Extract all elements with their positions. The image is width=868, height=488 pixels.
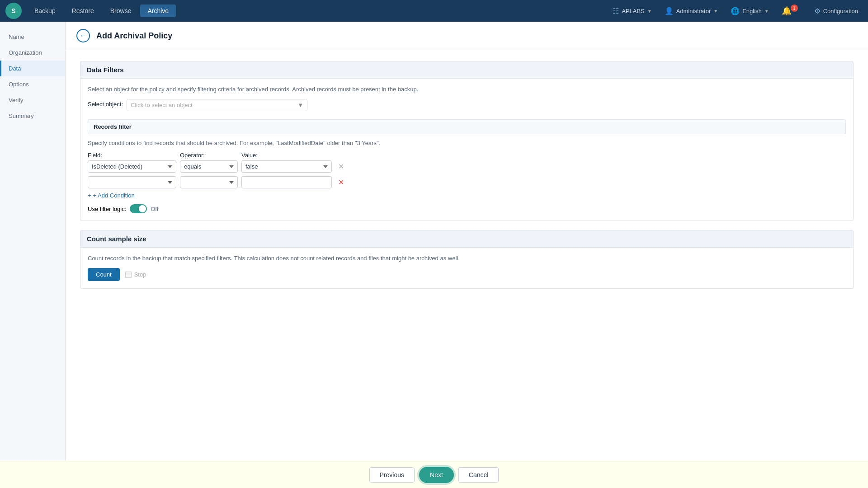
- notifications-btn[interactable]: 🔔 1: [777, 4, 806, 18]
- value-input-2[interactable]: [241, 176, 332, 188]
- top-nav-right: ☷ APLABS ▼ 👤 Administrator ▼ 🌐 English ▼…: [608, 4, 863, 18]
- data-filters-help: Select an object for the policy and spec…: [88, 86, 846, 93]
- count-body: Count records in the backup that match s…: [80, 248, 854, 289]
- main-layout: Name Organization Data Options Verify Su…: [0, 22, 868, 488]
- records-filter-heading: Records filter: [94, 123, 132, 130]
- nav-archive[interactable]: Archive: [140, 5, 176, 17]
- select-object-label: Select object:: [88, 101, 123, 108]
- org-label: APLABS: [622, 8, 645, 14]
- lang-chevron-icon: ▼: [764, 9, 769, 14]
- add-condition-btn[interactable]: + + Add Condition: [88, 192, 846, 199]
- org-selector[interactable]: ☷ APLABS ▼: [608, 5, 656, 18]
- bottom-bar: Previous Next Cancel: [0, 461, 868, 488]
- count-help: Count records in the backup that match s…: [88, 255, 846, 262]
- filter-row-1: IsDeleted (Deleted) equals false ✕: [88, 160, 846, 173]
- value-select-1[interactable]: false: [241, 160, 332, 173]
- main-content: Data Filters Select an object for the po…: [66, 50, 868, 309]
- org-chevron-icon: ▼: [647, 9, 652, 14]
- page-area: ← Add Archival Policy Data Filters Selec…: [66, 22, 868, 488]
- filter-column-headers: Field: Operator: Value:: [88, 152, 846, 159]
- stop-label: Stop: [134, 271, 146, 278]
- count-heading: Count sample size: [80, 230, 854, 248]
- select-object-row: Select object: Click to select an object…: [88, 99, 846, 111]
- top-nav: S Backup Restore Browse Archive ☷ APLABS…: [0, 0, 868, 22]
- toggle-slider: [130, 204, 147, 213]
- sidebar-item-data[interactable]: Data: [0, 61, 65, 76]
- nav-backup[interactable]: Backup: [27, 5, 63, 17]
- filter-logic-state: Off: [151, 206, 158, 212]
- sidebar-item-verify[interactable]: Verify: [0, 92, 65, 108]
- sidebar-item-options[interactable]: Options: [0, 76, 65, 92]
- filter-logic-label: Use filter logic:: [88, 206, 126, 212]
- select-object-chevron-icon: ▼: [297, 102, 303, 108]
- app-logo: S: [5, 3, 22, 19]
- back-button[interactable]: ←: [76, 29, 90, 42]
- add-condition-label: + Add Condition: [93, 192, 135, 199]
- value-col-label: Value:: [241, 152, 332, 159]
- delete-row-1-btn[interactable]: ✕: [335, 161, 347, 172]
- field-col-label: Field:: [88, 152, 176, 159]
- data-filters-heading: Data Filters: [80, 61, 854, 79]
- delete-row-2-btn[interactable]: ✕: [335, 177, 347, 188]
- config-btn[interactable]: ⚙ Configuration: [810, 5, 863, 18]
- data-filters-section: Data Filters Select an object for the po…: [80, 61, 854, 221]
- page-title: Add Archival Policy: [96, 31, 172, 41]
- nav-restore[interactable]: Restore: [65, 5, 101, 17]
- field-select-1[interactable]: IsDeleted (Deleted): [88, 160, 176, 173]
- select-object-dropdown[interactable]: Click to select an object ▼: [127, 99, 307, 111]
- field-select-2[interactable]: [88, 176, 176, 188]
- notification-badge: 1: [791, 5, 798, 12]
- nav-browse[interactable]: Browse: [103, 5, 139, 17]
- sidebar-item-summary[interactable]: Summary: [0, 108, 65, 124]
- next-button[interactable]: Next: [419, 467, 454, 483]
- add-condition-icon: +: [88, 192, 91, 199]
- count-actions: Count Stop: [88, 268, 846, 281]
- data-filters-body: Select an object for the policy and spec…: [80, 79, 854, 221]
- user-chevron-icon: ▼: [713, 9, 718, 14]
- stop-checkbox[interactable]: [125, 272, 132, 278]
- language-selector[interactable]: 🌐 English ▼: [726, 5, 774, 18]
- records-filter-help: Specify conditions to find records that …: [88, 140, 846, 146]
- operator-select-2[interactable]: [180, 176, 238, 188]
- sidebar-item-name[interactable]: Name: [0, 29, 65, 45]
- count-section: Count sample size Count records in the b…: [80, 230, 854, 289]
- language-label: English: [742, 8, 762, 14]
- toggle-knob: [139, 205, 146, 212]
- user-label: Administrator: [676, 8, 711, 14]
- filter-logic-toggle[interactable]: [130, 204, 147, 213]
- records-filter-section: Records filter Specify conditions to fin…: [88, 119, 846, 213]
- operator-select-1[interactable]: equals: [180, 160, 238, 173]
- select-object-placeholder-text: Click to select an object: [131, 102, 193, 108]
- page-header: ← Add Archival Policy: [66, 22, 868, 50]
- cancel-button[interactable]: Cancel: [458, 467, 499, 483]
- sidebar: Name Organization Data Options Verify Su…: [0, 22, 66, 488]
- stop-area: Stop: [125, 271, 146, 278]
- filter-row-2: ✕: [88, 176, 846, 188]
- config-label: Configuration: [823, 8, 858, 14]
- sidebar-item-organization[interactable]: Organization: [0, 45, 65, 61]
- user-menu[interactable]: 👤 Administrator ▼: [660, 5, 722, 18]
- previous-button[interactable]: Previous: [369, 467, 415, 483]
- count-button[interactable]: Count: [88, 268, 120, 281]
- filter-logic-row: Use filter logic: Off: [88, 204, 846, 213]
- operator-col-label: Operator:: [180, 152, 238, 159]
